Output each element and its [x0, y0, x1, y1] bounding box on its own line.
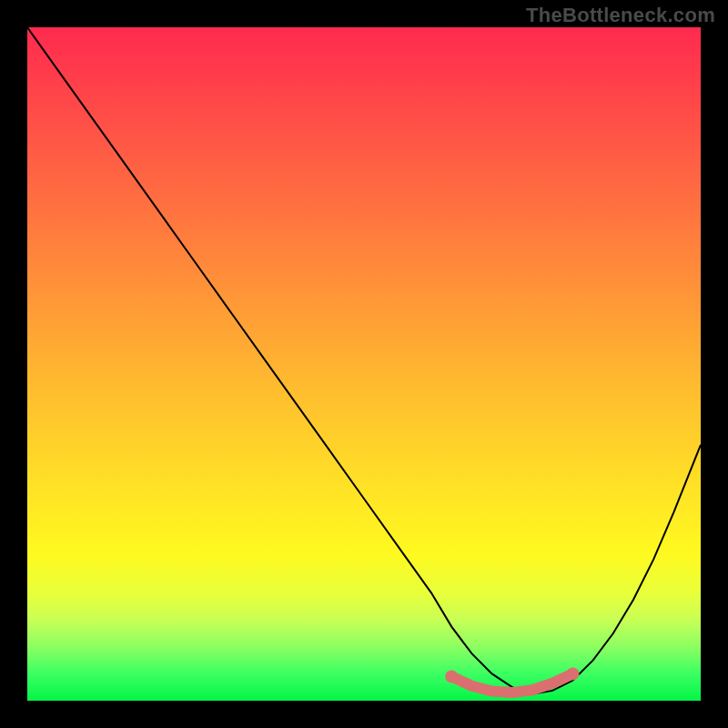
bottleneck-curve — [27, 27, 701, 694]
curve-svg — [27, 27, 701, 701]
optimal-range-start-dot — [445, 670, 458, 682]
plot-area — [27, 27, 701, 701]
watermark-text: TheBottleneck.com — [526, 4, 715, 27]
chart-container: TheBottleneck.com — [0, 0, 728, 728]
optimal-range-end-dot — [566, 667, 579, 680]
